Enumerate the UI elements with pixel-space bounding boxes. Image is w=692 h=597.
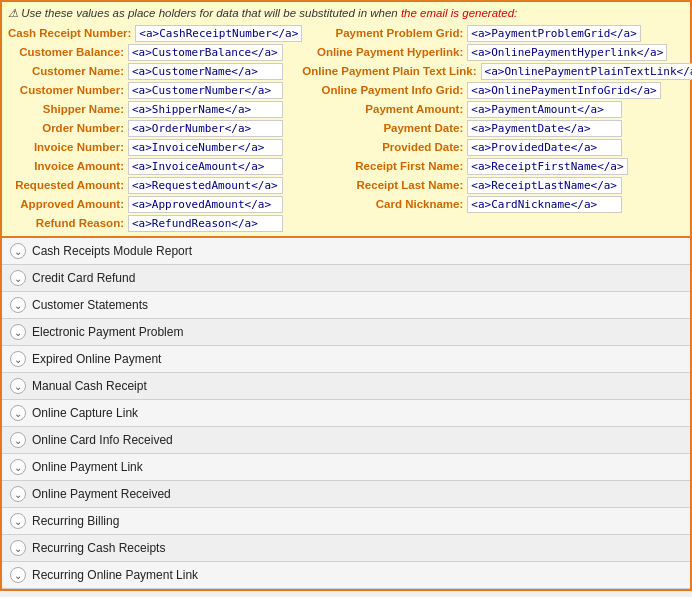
field-label: Invoice Amount: bbox=[8, 160, 128, 172]
field-row: Invoice Number:<a>InvoiceNumber</a> bbox=[8, 138, 302, 156]
field-row: Customer Number:<a>CustomerNumber</a> bbox=[8, 81, 302, 99]
field-row: Shipper Name:<a>ShipperName</a> bbox=[8, 100, 302, 118]
list-item-label: Expired Online Payment bbox=[32, 352, 161, 366]
list-item[interactable]: ⌄Recurring Online Payment Link bbox=[2, 562, 690, 589]
list-item-label: Manual Cash Receipt bbox=[32, 379, 147, 393]
left-fields-col: Cash Receipt Number:<a>CashReceiptNumber… bbox=[8, 24, 302, 232]
chevron-down-icon: ⌄ bbox=[10, 378, 26, 394]
list-item[interactable]: ⌄Electronic Payment Problem bbox=[2, 319, 690, 346]
main-container: ⚠ Use these values as place holders for … bbox=[0, 0, 692, 591]
field-label: Requested Amount: bbox=[8, 179, 128, 191]
field-value: <a>PaymentProblemGrid</a> bbox=[467, 25, 641, 42]
chevron-down-icon: ⌄ bbox=[10, 540, 26, 556]
field-label: Online Payment Plain Text Link: bbox=[302, 65, 480, 77]
field-value: <a>ProvidedDate</a> bbox=[467, 139, 622, 156]
field-value: <a>CustomerName</a> bbox=[128, 63, 283, 80]
field-row: Online Payment Hyperlink:<a>OnlinePaymen… bbox=[302, 43, 692, 61]
field-row: Invoice Amount:<a>InvoiceAmount</a> bbox=[8, 157, 302, 175]
field-value: <a>PaymentAmount</a> bbox=[467, 101, 622, 118]
list-item-label: Online Capture Link bbox=[32, 406, 138, 420]
list-item-label: Recurring Billing bbox=[32, 514, 119, 528]
field-value: <a>RequestedAmount</a> bbox=[128, 177, 283, 194]
chevron-down-icon: ⌄ bbox=[10, 513, 26, 529]
field-row: Customer Balance:<a>CustomerBalance</a> bbox=[8, 43, 302, 61]
list-item[interactable]: ⌄Customer Statements bbox=[2, 292, 690, 319]
field-label: Customer Name: bbox=[8, 65, 128, 77]
field-label: Shipper Name: bbox=[8, 103, 128, 115]
list-item-label: Credit Card Refund bbox=[32, 271, 135, 285]
field-label: Customer Balance: bbox=[8, 46, 128, 58]
field-value: <a>RefundReason</a> bbox=[128, 215, 283, 232]
field-row: Order Number:<a>OrderNumber</a> bbox=[8, 119, 302, 137]
chevron-down-icon: ⌄ bbox=[10, 459, 26, 475]
field-row: Requested Amount:<a>RequestedAmount</a> bbox=[8, 176, 302, 194]
field-label: Card Nickname: bbox=[302, 198, 467, 210]
field-label: Cash Receipt Number: bbox=[8, 27, 135, 39]
field-row: Receipt First Name:<a>ReceiptFirstName</… bbox=[302, 157, 692, 175]
list-item[interactable]: ⌄Online Payment Link bbox=[2, 454, 690, 481]
info-header: ⚠ Use these values as place holders for … bbox=[8, 6, 684, 20]
field-row: Online Payment Info Grid:<a>OnlinePaymen… bbox=[302, 81, 692, 99]
field-row: Payment Problem Grid:<a>PaymentProblemGr… bbox=[302, 24, 692, 42]
chevron-down-icon: ⌄ bbox=[10, 351, 26, 367]
field-value: <a>OnlinePaymentInfoGrid</a> bbox=[467, 82, 660, 99]
field-value: <a>OrderNumber</a> bbox=[128, 120, 283, 137]
field-value: <a>InvoiceNumber</a> bbox=[128, 139, 283, 156]
field-value: <a>OnlinePaymentHyperlink</a> bbox=[467, 44, 667, 61]
field-label: Payment Problem Grid: bbox=[302, 27, 467, 39]
field-row: Payment Amount:<a>PaymentAmount</a> bbox=[302, 100, 692, 118]
list-item-label: Electronic Payment Problem bbox=[32, 325, 183, 339]
list-item[interactable]: ⌄Expired Online Payment bbox=[2, 346, 690, 373]
list-item[interactable]: ⌄Manual Cash Receipt bbox=[2, 373, 690, 400]
list-item[interactable]: ⌄Recurring Cash Receipts bbox=[2, 535, 690, 562]
chevron-down-icon: ⌄ bbox=[10, 270, 26, 286]
field-label: Refund Reason: bbox=[8, 217, 128, 229]
field-label: Provided Date: bbox=[302, 141, 467, 153]
list-item-label: Customer Statements bbox=[32, 298, 148, 312]
field-row: Cash Receipt Number:<a>CashReceiptNumber… bbox=[8, 24, 302, 42]
list-item-label: Online Payment Link bbox=[32, 460, 143, 474]
chevron-down-icon: ⌄ bbox=[10, 486, 26, 502]
field-row: Payment Date:<a>PaymentDate</a> bbox=[302, 119, 692, 137]
chevron-down-icon: ⌄ bbox=[10, 432, 26, 448]
field-row: Online Payment Plain Text Link:<a>Online… bbox=[302, 62, 692, 80]
field-label: Customer Number: bbox=[8, 84, 128, 96]
field-value: <a>ShipperName</a> bbox=[128, 101, 283, 118]
list-item[interactable]: ⌄Cash Receipts Module Report bbox=[2, 238, 690, 265]
field-label: Online Payment Info Grid: bbox=[302, 84, 467, 96]
field-row: Provided Date:<a>ProvidedDate</a> bbox=[302, 138, 692, 156]
field-value: <a>CustomerBalance</a> bbox=[128, 44, 283, 61]
field-value: <a>ReceiptLastName</a> bbox=[467, 177, 622, 194]
field-value: <a>PaymentDate</a> bbox=[467, 120, 622, 137]
field-row: Card Nickname:<a>CardNickname</a> bbox=[302, 195, 692, 213]
field-row: Receipt Last Name:<a>ReceiptLastName</a> bbox=[302, 176, 692, 194]
field-label: Payment Date: bbox=[302, 122, 467, 134]
info-box: ⚠ Use these values as place holders for … bbox=[2, 2, 690, 238]
list-item[interactable]: ⌄Online Capture Link bbox=[2, 400, 690, 427]
field-value: <a>CashReceiptNumber</a> bbox=[135, 25, 302, 42]
list-item-label: Online Payment Received bbox=[32, 487, 171, 501]
field-label: Receipt Last Name: bbox=[302, 179, 467, 191]
list-item-label: Recurring Online Payment Link bbox=[32, 568, 198, 582]
field-value: <a>InvoiceAmount</a> bbox=[128, 158, 283, 175]
list-section: ⌄Cash Receipts Module Report⌄Credit Card… bbox=[2, 238, 690, 589]
list-item[interactable]: ⌄Credit Card Refund bbox=[2, 265, 690, 292]
list-item[interactable]: ⌄Online Payment Received bbox=[2, 481, 690, 508]
field-label: Approved Amount: bbox=[8, 198, 128, 210]
field-value: <a>ApprovedAmount</a> bbox=[128, 196, 283, 213]
chevron-down-icon: ⌄ bbox=[10, 405, 26, 421]
field-value: <a>OnlinePaymentPlainTextLink</a> bbox=[481, 63, 692, 80]
right-fields-col: Payment Problem Grid:<a>PaymentProblemGr… bbox=[302, 24, 692, 232]
chevron-down-icon: ⌄ bbox=[10, 243, 26, 259]
fields-grid: Cash Receipt Number:<a>CashReceiptNumber… bbox=[8, 24, 684, 232]
list-item-label: Online Card Info Received bbox=[32, 433, 173, 447]
field-row: Approved Amount:<a>ApprovedAmount</a> bbox=[8, 195, 302, 213]
list-item[interactable]: ⌄Recurring Billing bbox=[2, 508, 690, 535]
chevron-down-icon: ⌄ bbox=[10, 324, 26, 340]
field-value: <a>ReceiptFirstName</a> bbox=[467, 158, 627, 175]
chevron-down-icon: ⌄ bbox=[10, 567, 26, 583]
field-label: Receipt First Name: bbox=[302, 160, 467, 172]
list-item[interactable]: ⌄Online Card Info Received bbox=[2, 427, 690, 454]
field-row: Customer Name:<a>CustomerName</a> bbox=[8, 62, 302, 80]
chevron-down-icon: ⌄ bbox=[10, 297, 26, 313]
